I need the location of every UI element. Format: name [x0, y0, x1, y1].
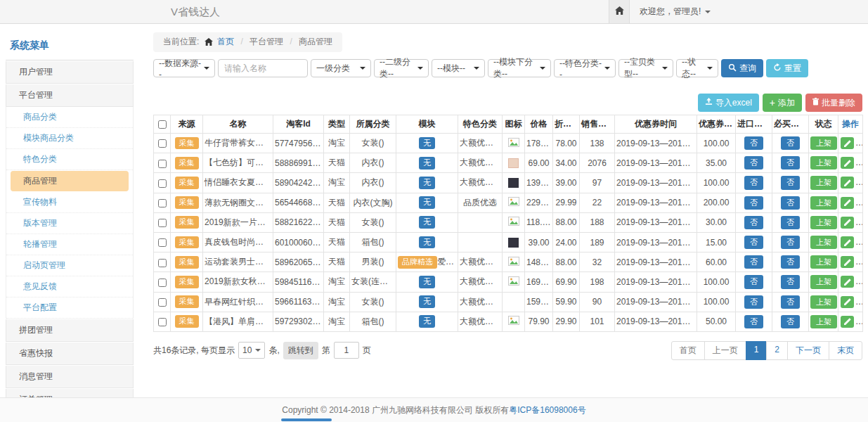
row-checkbox[interactable] [158, 259, 167, 267]
import-select-toggle[interactable]: 否 [744, 136, 763, 150]
row-checkbox[interactable] [158, 160, 167, 168]
edit-button[interactable] [841, 316, 854, 328]
must-buy-toggle[interactable]: 否 [781, 176, 800, 189]
import-select-toggle[interactable]: 否 [744, 156, 763, 170]
column-header-特色分类: 特色分类 [458, 115, 503, 134]
user-menu[interactable]: 欢迎您，管理员! [640, 6, 711, 18]
sidebar-item-版本管理[interactable]: 版本管理 [6, 213, 133, 234]
cell-module: 品牌精选爱上运动 [396, 252, 458, 272]
import-select-toggle[interactable]: 否 [744, 236, 763, 249]
data-source-select[interactable]: --数据来源-- [153, 59, 215, 77]
sidebar-item-特色分类[interactable]: 特色分类 [6, 149, 133, 170]
pager-button-2[interactable]: 2 [766, 341, 788, 360]
module-select[interactable]: --模块-- [432, 59, 485, 77]
sidebar-group-省惠快报[interactable]: 省惠快报 [6, 343, 134, 365]
status-toggle[interactable]: 上架 [810, 156, 837, 170]
feature-category-select[interactable]: --特色分类-- [554, 59, 616, 77]
must-buy-toggle[interactable]: 否 [781, 236, 800, 249]
cell-checkbox [154, 134, 171, 153]
must-buy-toggle[interactable]: 否 [781, 136, 800, 150]
item-type-select[interactable]: --宝贝类型-- [618, 59, 673, 77]
pager-button-末页[interactable]: 末页 [829, 341, 862, 360]
edit-button[interactable] [841, 157, 854, 169]
cell-sales: 2076 [580, 153, 615, 173]
cell-icon [503, 134, 525, 153]
must-buy-toggle[interactable]: 否 [781, 275, 800, 288]
select-all-checkbox[interactable] [158, 120, 167, 129]
cell-feature: 大额优惠券 [458, 292, 503, 312]
must-buy-toggle[interactable]: 否 [781, 315, 800, 328]
row-checkbox[interactable] [158, 199, 167, 207]
search-button[interactable]: 查询 [721, 59, 763, 77]
row-checkbox[interactable] [158, 179, 167, 188]
sidebar-item-意见反馈[interactable]: 意见反馈 [6, 276, 133, 298]
status-toggle[interactable]: 上架 [810, 315, 837, 328]
status-toggle[interactable]: 上架 [810, 236, 837, 249]
reset-button[interactable]: 重置 [766, 59, 808, 77]
import-select-toggle[interactable]: 否 [744, 275, 763, 288]
level1-category-select[interactable]: 一级分类 [311, 59, 371, 77]
row-checkbox[interactable] [158, 318, 167, 326]
sidebar-item-平台配置[interactable]: 平台配置 [6, 298, 133, 319]
must-buy-toggle[interactable]: 否 [781, 295, 800, 309]
sidebar-item-模块商品分类[interactable]: 模块商品分类 [6, 128, 133, 149]
status-select[interactable]: --状态-- [676, 59, 718, 77]
import-select-toggle[interactable]: 否 [744, 176, 763, 189]
sidebar-group-平台管理[interactable]: 平台管理 [6, 84, 134, 107]
must-buy-toggle[interactable]: 否 [781, 255, 800, 269]
import-select-toggle[interactable]: 否 [744, 315, 763, 328]
pager-button-首页[interactable]: 首页 [671, 341, 705, 360]
import-excel-button[interactable]: 导入excel [698, 94, 759, 112]
edit-button[interactable] [841, 137, 854, 149]
horizontal-scrollbar-thumb[interactable] [281, 418, 332, 421]
name-search-input[interactable] [218, 59, 308, 77]
status-toggle[interactable]: 上架 [810, 216, 837, 229]
must-buy-toggle[interactable]: 否 [781, 196, 800, 210]
sidebar-group-拼团管理[interactable]: 拼团管理 [6, 319, 134, 342]
module-subcategory-select[interactable]: --模块下分类-- [488, 59, 551, 77]
level2-category-select[interactable]: --二级分类-- [374, 59, 429, 77]
row-checkbox[interactable] [158, 219, 167, 227]
must-buy-toggle[interactable]: 否 [781, 156, 800, 170]
row-checkbox[interactable] [158, 139, 167, 148]
import-select-toggle[interactable]: 否 [744, 255, 763, 269]
icp-link[interactable]: 粤ICP备16098006号 [509, 405, 585, 415]
batch-delete-button[interactable]: 批量删除 [805, 94, 862, 112]
status-toggle[interactable]: 上架 [810, 295, 837, 309]
per-page-select[interactable]: 10 [238, 342, 265, 359]
edit-button[interactable] [841, 256, 854, 268]
breadcrumb-home-link[interactable]: 首页 [217, 37, 234, 46]
status-toggle[interactable]: 上架 [810, 255, 837, 269]
status-toggle[interactable]: 上架 [810, 275, 837, 288]
sidebar-group-消息管理[interactable]: 消息管理 [6, 366, 134, 388]
must-buy-toggle[interactable]: 否 [781, 216, 800, 229]
sidebar-item-轮播管理[interactable]: 轮播管理 [6, 234, 133, 255]
row-checkbox[interactable] [158, 279, 167, 287]
pager-button-下一页[interactable]: 下一页 [787, 341, 829, 360]
jump-button[interactable]: 跳转到 [283, 342, 318, 359]
edit-button[interactable] [841, 197, 854, 209]
edit-button[interactable] [841, 276, 854, 288]
import-select-toggle[interactable]: 否 [744, 216, 763, 229]
edit-button[interactable] [841, 236, 854, 248]
edit-button[interactable] [841, 296, 854, 308]
status-toggle[interactable]: 上架 [810, 136, 837, 150]
sidebar-item-商品分类[interactable]: 商品分类 [6, 107, 133, 128]
sidebar-item-启动页管理[interactable]: 启动页管理 [6, 255, 133, 276]
page-number-input[interactable] [334, 342, 359, 359]
edit-button[interactable] [841, 217, 854, 229]
status-toggle[interactable]: 上架 [810, 196, 837, 210]
pager-button-1[interactable]: 1 [746, 341, 767, 360]
sidebar-item-商品管理[interactable]: 商品管理 [11, 171, 129, 191]
home-button[interactable] [609, 0, 630, 23]
add-button[interactable]: + 添加 [763, 94, 802, 112]
sidebar-item-宣传物料[interactable]: 宣传物料 [6, 192, 133, 213]
status-toggle[interactable]: 上架 [810, 176, 837, 189]
row-checkbox[interactable] [158, 298, 167, 307]
sidebar-group-用户管理[interactable]: 用户管理 [6, 61, 134, 84]
edit-button[interactable] [841, 177, 854, 188]
row-checkbox[interactable] [158, 238, 167, 247]
import-select-toggle[interactable]: 否 [744, 196, 763, 210]
import-select-toggle[interactable]: 否 [744, 295, 763, 309]
pager-button-上一页[interactable]: 上一页 [704, 341, 746, 360]
